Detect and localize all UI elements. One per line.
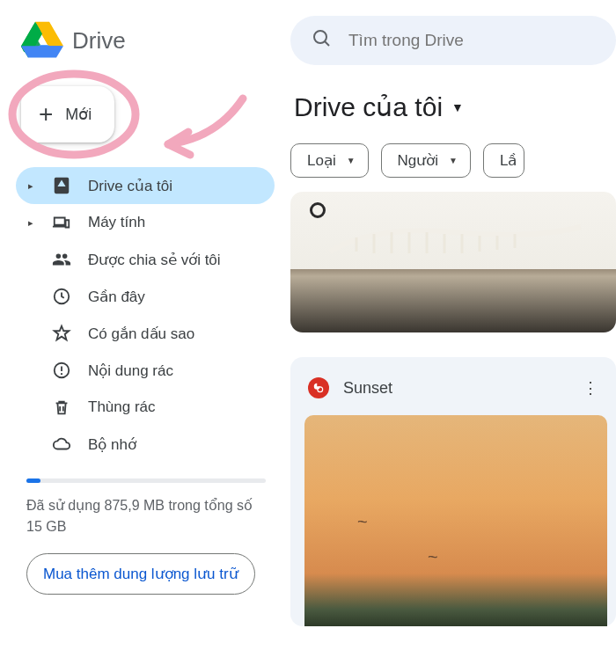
caret-right-icon: ▸ <box>26 217 35 229</box>
people-icon <box>51 249 72 270</box>
file-card-sunset[interactable]: Sunset ⋮ <box>290 357 616 626</box>
caret-down-icon: ▼ <box>347 156 356 165</box>
sidebar-item-label: Được chia sẻ với tôi <box>88 251 221 269</box>
brand-title: Drive <box>72 27 126 55</box>
new-button-label: Mới <box>65 105 92 124</box>
search-input[interactable] <box>348 31 595 50</box>
caret-down-icon: ▼ <box>451 100 464 114</box>
sidebar-item-starred[interactable]: Có gắn dấu sao <box>16 315 275 352</box>
cloud-icon <box>51 434 72 455</box>
sidebar-item-recent[interactable]: Gần đây <box>16 278 275 315</box>
sidebar-item-shared[interactable]: Được chia sẻ với tôi <box>16 241 275 278</box>
sidebar-item-label: Drive của tôi <box>88 177 172 195</box>
sidebar-item-label: Thùng rác <box>88 398 156 416</box>
suggested-thumbnail[interactable] <box>290 192 616 332</box>
sidebar-item-my-drive[interactable]: ▸ Drive của tôi <box>16 167 275 204</box>
sidebar: Drive + Mới ▸ Drive của tôi ▸ Máy tính <box>0 0 290 672</box>
file-title: Sunset <box>343 379 563 398</box>
search-bar[interactable] <box>290 16 616 65</box>
filter-chips: Loại▼ Người▼ Lầ <box>290 143 616 192</box>
sidebar-item-computers[interactable]: ▸ Máy tính <box>16 204 275 241</box>
sidebar-item-label: Có gắn dấu sao <box>88 325 194 343</box>
star-icon <box>51 323 72 344</box>
svg-point-18 <box>314 31 326 43</box>
sidebar-item-label: Gần đây <box>88 288 145 306</box>
main-content: Drive của tôi ▼ Loại▼ Người▼ Lầ Sunset ⋮ <box>290 0 616 672</box>
page-title-dropdown[interactable]: Drive của tôi ▼ <box>290 91 616 143</box>
trash-icon <box>51 397 72 418</box>
sidebar-item-label: Nội dung rác <box>88 362 173 380</box>
new-button[interactable]: + Mới <box>21 86 114 142</box>
image-type-icon <box>308 377 329 398</box>
sidebar-item-storage[interactable]: Bộ nhớ <box>16 426 275 463</box>
filter-people[interactable]: Người▼ <box>381 143 471 178</box>
svg-marker-13 <box>21 46 63 57</box>
filter-modified[interactable]: Lầ <box>483 143 524 178</box>
page-title: Drive của tôi <box>294 91 443 122</box>
sidebar-item-label: Máy tính <box>88 214 145 231</box>
spam-icon <box>51 360 72 381</box>
sidebar-item-label: Bộ nhớ <box>88 435 136 454</box>
drive-icon <box>51 175 72 196</box>
buy-storage-button[interactable]: Mua thêm dung lượng lưu trữ <box>26 553 255 595</box>
drive-logo-icon <box>21 19 63 62</box>
svg-point-17 <box>61 373 62 375</box>
clock-icon <box>51 286 72 307</box>
storage-bar <box>26 478 266 483</box>
sidebar-item-trash[interactable]: Thùng rác <box>16 389 275 426</box>
more-vertical-icon: ⋮ <box>583 379 598 397</box>
devices-icon <box>51 212 72 233</box>
storage-section: Đã sử dụng 875,9 MB trong tổng số 15 GB … <box>0 463 290 595</box>
svg-point-19 <box>318 387 323 392</box>
plus-icon: + <box>39 102 53 127</box>
caret-down-icon: ▼ <box>449 156 458 165</box>
caret-right-icon: ▸ <box>26 180 35 192</box>
more-options-button[interactable]: ⋮ <box>577 373 604 403</box>
brand[interactable]: Drive <box>0 11 290 79</box>
storage-text: Đã sử dụng 875,9 MB trong tổng số 15 GB <box>26 495 266 537</box>
sidebar-item-spam[interactable]: Nội dung rác <box>16 352 275 389</box>
file-thumbnail <box>304 415 607 626</box>
filter-type[interactable]: Loại▼ <box>290 143 369 178</box>
search-icon <box>312 28 333 53</box>
sidebar-nav: ▸ Drive của tôi ▸ Máy tính Được chia sẻ … <box>0 164 290 463</box>
